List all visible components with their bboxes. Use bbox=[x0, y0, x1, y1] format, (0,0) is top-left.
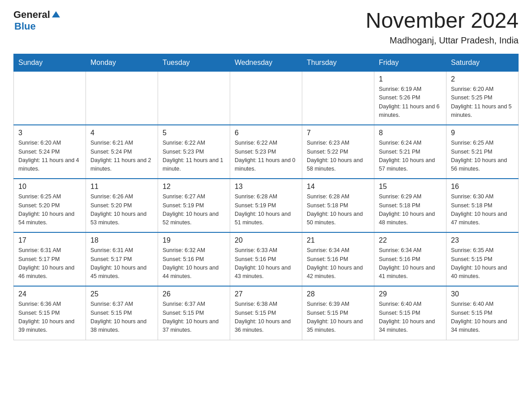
header-sunday: Sunday bbox=[14, 54, 86, 71]
logo: General Blue bbox=[13, 9, 61, 32]
table-row: 18Sunrise: 6:31 AMSunset: 5:17 PMDayligh… bbox=[86, 232, 158, 286]
weekday-header-row: Sunday Monday Tuesday Wednesday Thursday… bbox=[14, 54, 519, 71]
calendar-title: November 2024 bbox=[365, 9, 519, 33]
day-info: Sunrise: 6:19 AMSunset: 5:26 PMDaylight:… bbox=[379, 85, 442, 120]
day-number: 20 bbox=[235, 236, 297, 244]
day-info: Sunrise: 6:29 AMSunset: 5:18 PMDaylight:… bbox=[379, 193, 442, 227]
calendar-table: Sunday Monday Tuesday Wednesday Thursday… bbox=[13, 54, 519, 340]
day-number: 19 bbox=[163, 236, 225, 244]
table-row: 8Sunrise: 6:24 AMSunset: 5:21 PMDaylight… bbox=[374, 125, 446, 179]
day-number: 17 bbox=[18, 236, 81, 244]
day-number: 28 bbox=[307, 290, 369, 298]
day-number: 23 bbox=[451, 236, 514, 244]
table-row: 9Sunrise: 6:25 AMSunset: 5:21 PMDaylight… bbox=[446, 125, 519, 179]
table-row: 24Sunrise: 6:36 AMSunset: 5:15 PMDayligh… bbox=[14, 286, 86, 340]
day-number: 27 bbox=[235, 290, 297, 298]
table-row: 14Sunrise: 6:28 AMSunset: 5:18 PMDayligh… bbox=[302, 179, 374, 232]
table-row: 3Sunrise: 6:20 AMSunset: 5:24 PMDaylight… bbox=[14, 125, 86, 179]
calendar-week-row: 1Sunrise: 6:19 AMSunset: 5:26 PMDaylight… bbox=[14, 71, 519, 125]
header-thursday: Thursday bbox=[302, 54, 374, 71]
day-info: Sunrise: 6:32 AMSunset: 5:16 PMDaylight:… bbox=[163, 246, 225, 281]
table-row: 28Sunrise: 6:39 AMSunset: 5:15 PMDayligh… bbox=[302, 286, 374, 340]
page-header: General Blue November 2024 Madhoganj, Ut… bbox=[13, 9, 519, 46]
day-info: Sunrise: 6:26 AMSunset: 5:20 PMDaylight:… bbox=[90, 193, 153, 227]
day-info: Sunrise: 6:33 AMSunset: 5:16 PMDaylight:… bbox=[235, 246, 297, 281]
table-row: 17Sunrise: 6:31 AMSunset: 5:17 PMDayligh… bbox=[14, 232, 86, 286]
calendar-week-row: 10Sunrise: 6:25 AMSunset: 5:20 PMDayligh… bbox=[14, 179, 519, 232]
table-row: 6Sunrise: 6:22 AMSunset: 5:23 PMDaylight… bbox=[230, 125, 302, 179]
day-info: Sunrise: 6:22 AMSunset: 5:23 PMDaylight:… bbox=[163, 139, 225, 174]
day-info: Sunrise: 6:34 AMSunset: 5:16 PMDaylight:… bbox=[379, 246, 442, 281]
day-info: Sunrise: 6:38 AMSunset: 5:15 PMDaylight:… bbox=[235, 300, 297, 335]
day-number: 13 bbox=[235, 183, 297, 191]
day-number: 11 bbox=[90, 183, 153, 191]
table-row: 20Sunrise: 6:33 AMSunset: 5:16 PMDayligh… bbox=[230, 232, 302, 286]
table-row: 23Sunrise: 6:35 AMSunset: 5:15 PMDayligh… bbox=[446, 232, 519, 286]
calendar-subtitle: Madhoganj, Uttar Pradesh, India bbox=[365, 35, 519, 46]
day-number: 25 bbox=[90, 290, 153, 298]
day-number: 6 bbox=[235, 129, 297, 137]
day-number: 3 bbox=[18, 129, 81, 137]
day-info: Sunrise: 6:39 AMSunset: 5:15 PMDaylight:… bbox=[307, 300, 369, 335]
day-info: Sunrise: 6:37 AMSunset: 5:15 PMDaylight:… bbox=[90, 300, 153, 335]
day-info: Sunrise: 6:20 AMSunset: 5:24 PMDaylight:… bbox=[18, 139, 81, 174]
table-row: 10Sunrise: 6:25 AMSunset: 5:20 PMDayligh… bbox=[14, 179, 86, 232]
day-info: Sunrise: 6:37 AMSunset: 5:15 PMDaylight:… bbox=[163, 300, 225, 335]
svg-marker-0 bbox=[52, 11, 60, 17]
logo-triangle-icon bbox=[51, 9, 61, 19]
day-number: 7 bbox=[307, 129, 369, 137]
table-row: 5Sunrise: 6:22 AMSunset: 5:23 PMDaylight… bbox=[158, 125, 230, 179]
day-number: 15 bbox=[379, 183, 442, 191]
day-number: 26 bbox=[163, 290, 225, 298]
table-row bbox=[86, 71, 158, 125]
day-number: 9 bbox=[451, 129, 514, 137]
calendar-week-row: 24Sunrise: 6:36 AMSunset: 5:15 PMDayligh… bbox=[14, 286, 519, 340]
table-row: 16Sunrise: 6:30 AMSunset: 5:18 PMDayligh… bbox=[446, 179, 519, 232]
day-number: 4 bbox=[90, 129, 153, 137]
table-row: 30Sunrise: 6:40 AMSunset: 5:15 PMDayligh… bbox=[446, 286, 519, 340]
table-row: 27Sunrise: 6:38 AMSunset: 5:15 PMDayligh… bbox=[230, 286, 302, 340]
day-number: 1 bbox=[379, 75, 442, 83]
table-row: 13Sunrise: 6:28 AMSunset: 5:19 PMDayligh… bbox=[230, 179, 302, 232]
day-number: 16 bbox=[451, 183, 514, 191]
table-row: 21Sunrise: 6:34 AMSunset: 5:16 PMDayligh… bbox=[302, 232, 374, 286]
day-number: 2 bbox=[451, 75, 514, 83]
header-wednesday: Wednesday bbox=[230, 54, 302, 71]
day-info: Sunrise: 6:22 AMSunset: 5:23 PMDaylight:… bbox=[235, 139, 297, 174]
table-row: 1Sunrise: 6:19 AMSunset: 5:26 PMDaylight… bbox=[374, 71, 446, 125]
table-row: 4Sunrise: 6:21 AMSunset: 5:24 PMDaylight… bbox=[86, 125, 158, 179]
title-section: November 2024 Madhoganj, Uttar Pradesh, … bbox=[365, 9, 519, 46]
day-info: Sunrise: 6:28 AMSunset: 5:19 PMDaylight:… bbox=[235, 193, 297, 227]
day-info: Sunrise: 6:20 AMSunset: 5:25 PMDaylight:… bbox=[451, 85, 514, 120]
day-number: 29 bbox=[379, 290, 442, 298]
day-info: Sunrise: 6:25 AMSunset: 5:21 PMDaylight:… bbox=[451, 139, 514, 174]
day-number: 22 bbox=[379, 236, 442, 244]
day-info: Sunrise: 6:23 AMSunset: 5:22 PMDaylight:… bbox=[307, 139, 369, 174]
header-tuesday: Tuesday bbox=[158, 54, 230, 71]
table-row bbox=[230, 71, 302, 125]
day-number: 10 bbox=[18, 183, 81, 191]
table-row: 29Sunrise: 6:40 AMSunset: 5:15 PMDayligh… bbox=[374, 286, 446, 340]
table-row: 25Sunrise: 6:37 AMSunset: 5:15 PMDayligh… bbox=[86, 286, 158, 340]
header-saturday: Saturday bbox=[446, 54, 519, 71]
day-number: 21 bbox=[307, 236, 369, 244]
day-number: 12 bbox=[163, 183, 225, 191]
table-row: 22Sunrise: 6:34 AMSunset: 5:16 PMDayligh… bbox=[374, 232, 446, 286]
day-info: Sunrise: 6:40 AMSunset: 5:15 PMDaylight:… bbox=[379, 300, 442, 335]
table-row: 15Sunrise: 6:29 AMSunset: 5:18 PMDayligh… bbox=[374, 179, 446, 232]
calendar-week-row: 17Sunrise: 6:31 AMSunset: 5:17 PMDayligh… bbox=[14, 232, 519, 286]
day-number: 18 bbox=[90, 236, 153, 244]
day-info: Sunrise: 6:28 AMSunset: 5:18 PMDaylight:… bbox=[307, 193, 369, 227]
day-info: Sunrise: 6:25 AMSunset: 5:20 PMDaylight:… bbox=[18, 193, 81, 227]
day-info: Sunrise: 6:35 AMSunset: 5:15 PMDaylight:… bbox=[451, 246, 514, 281]
day-info: Sunrise: 6:30 AMSunset: 5:18 PMDaylight:… bbox=[451, 193, 514, 227]
day-info: Sunrise: 6:31 AMSunset: 5:17 PMDaylight:… bbox=[18, 246, 81, 281]
table-row bbox=[158, 71, 230, 125]
table-row: 7Sunrise: 6:23 AMSunset: 5:22 PMDaylight… bbox=[302, 125, 374, 179]
day-info: Sunrise: 6:31 AMSunset: 5:17 PMDaylight:… bbox=[90, 246, 153, 281]
table-row: 11Sunrise: 6:26 AMSunset: 5:20 PMDayligh… bbox=[86, 179, 158, 232]
day-info: Sunrise: 6:36 AMSunset: 5:15 PMDaylight:… bbox=[18, 300, 81, 335]
day-number: 30 bbox=[451, 290, 514, 298]
calendar-week-row: 3Sunrise: 6:20 AMSunset: 5:24 PMDaylight… bbox=[14, 125, 519, 179]
table-row: 19Sunrise: 6:32 AMSunset: 5:16 PMDayligh… bbox=[158, 232, 230, 286]
